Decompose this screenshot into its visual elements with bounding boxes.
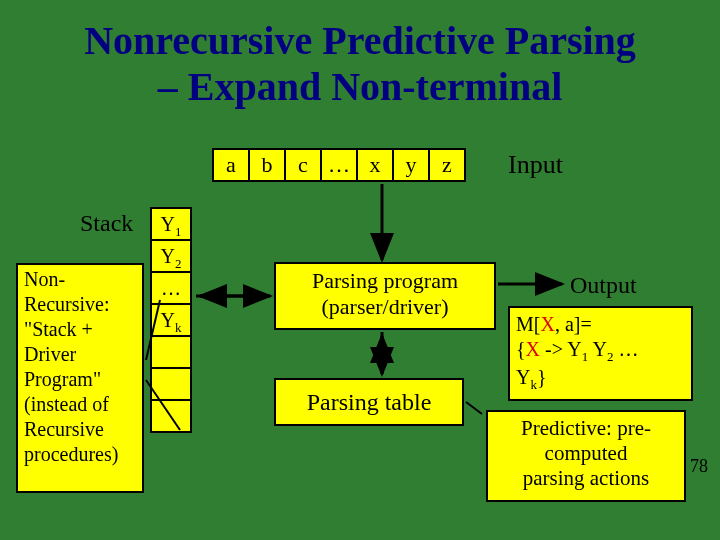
stack-cell bbox=[150, 335, 192, 369]
stack-cell: Yk bbox=[150, 303, 192, 337]
stack-cell bbox=[150, 399, 192, 433]
slide-number: 78 bbox=[690, 456, 708, 477]
parsing-table-box: Parsing table bbox=[274, 378, 464, 426]
input-label: Input bbox=[508, 150, 563, 180]
stack-cell bbox=[150, 367, 192, 401]
input-cell: b bbox=[248, 148, 286, 182]
input-cell: c bbox=[284, 148, 322, 182]
predictive-box: Predictive: pre- computed parsing action… bbox=[486, 410, 686, 502]
stack-cell: Y1 bbox=[150, 207, 192, 241]
stack-label: Stack bbox=[80, 210, 133, 237]
input-cell: … bbox=[320, 148, 358, 182]
mxa-box: M[X, a]= {X -> Y1 Y2 … Yk} bbox=[508, 306, 693, 401]
output-label: Output bbox=[570, 272, 637, 299]
input-cell: a bbox=[212, 148, 250, 182]
stack-cell: Y2 bbox=[150, 239, 192, 273]
stack-cell: … bbox=[150, 271, 192, 305]
svg-line-7 bbox=[466, 402, 482, 414]
stack: Y1Y2…Yk bbox=[150, 209, 192, 433]
parsing-program-box: Parsing program (parser/driver) bbox=[274, 262, 496, 330]
nonrecursive-box: Non- Recursive: "Stack + Driver Program"… bbox=[16, 263, 144, 493]
input-cell: y bbox=[392, 148, 430, 182]
input-tape: abc…xyz bbox=[214, 148, 466, 182]
slide-title: Nonrecursive Predictive Parsing – Expand… bbox=[0, 0, 720, 110]
input-cell: x bbox=[356, 148, 394, 182]
input-cell: z bbox=[428, 148, 466, 182]
